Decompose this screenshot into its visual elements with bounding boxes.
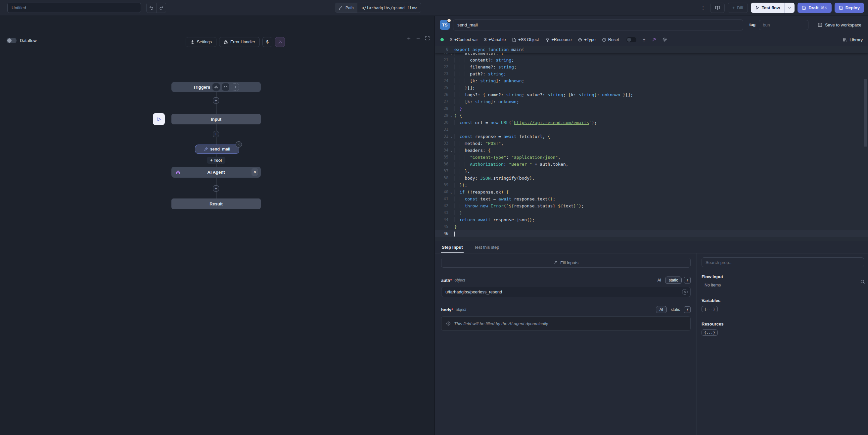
ai-wand-button[interactable] <box>275 37 285 47</box>
add-trigger-chip[interactable] <box>231 83 239 91</box>
plus-icon: + <box>215 98 217 102</box>
body-ai-mode-button[interactable]: AI <box>656 306 667 313</box>
fill-inputs-button[interactable]: Fill inputs <box>441 258 691 268</box>
code-line-28[interactable]: 28 } <box>435 105 868 112</box>
email-trigger-chip[interactable] <box>222 83 229 91</box>
diff-button[interactable]: ± Diff <box>728 3 748 13</box>
tab-test-this-step[interactable]: Test this step <box>473 245 500 253</box>
code-line-39[interactable]: 39 }); <box>435 182 868 189</box>
auth-static-mode-button[interactable]: static <box>665 277 682 284</box>
node-send-mail[interactable]: send_mail <box>195 145 239 154</box>
topbar-actions: ⋮ ± Diff Test flow Draft ⌘S Deploy <box>699 3 864 13</box>
library-button[interactable]: Library <box>843 37 863 42</box>
search-icon[interactable] <box>860 279 865 284</box>
node-input[interactable]: Input <box>172 114 261 124</box>
editor-scrollbar[interactable] <box>864 79 867 147</box>
test-flow-dropdown[interactable] <box>784 3 795 13</box>
code-line-26[interactable]: 26 tags?: { name?: string; value?: strin… <box>435 91 868 98</box>
code-line-24[interactable]: 24 [k: string]: unknown; <box>435 77 868 84</box>
flow-summary-input[interactable] <box>7 3 141 13</box>
zoom-in-icon[interactable] <box>406 36 411 41</box>
body-hint-text: This field will be filled by the AI agen… <box>454 321 548 326</box>
insert-step-button[interactable]: + <box>213 131 219 137</box>
code-line-21[interactable]: 21 content?: string; <box>435 57 868 63</box>
code-line-40[interactable]: 40⌄ if (!response.ok) { <box>435 189 868 195</box>
insert-step-button[interactable]: + <box>213 185 219 191</box>
code-line-35[interactable]: 35 "Content-Type": "application/json", <box>435 154 868 161</box>
variables-object-chip[interactable]: {...} <box>702 306 718 312</box>
node-ai-agent[interactable]: AI Agent a <box>172 167 261 178</box>
ai-wand-icon[interactable] <box>652 37 656 42</box>
test-flow-button[interactable]: Test flow <box>751 3 795 13</box>
settings-button[interactable]: Settings <box>186 37 216 47</box>
code-line-31[interactable]: 31 <box>435 126 868 133</box>
docs-button[interactable] <box>710 3 725 13</box>
code-line-44[interactable]: 44 return await response.json(); <box>435 216 868 223</box>
code-line-37[interactable]: 37 }, <box>435 168 868 175</box>
dataflow-toggle-group: Dataflow <box>7 38 37 43</box>
remove-tool-button[interactable] <box>236 141 242 148</box>
insert-step-button[interactable]: + <box>213 97 219 103</box>
diff-mode-button[interactable]: ± <box>643 37 645 42</box>
wand-icon <box>278 40 282 44</box>
code-editor[interactable]: 20⌄ attachments?: {21 content?: string;2… <box>435 45 868 241</box>
editor-settings-gear-icon[interactable] <box>662 37 667 42</box>
editor-mode-toggle[interactable] <box>626 37 637 42</box>
code-line-33[interactable]: 33 method: "POST", <box>435 140 868 147</box>
tab-step-input[interactable]: Step Input <box>441 245 464 253</box>
add-context-var-button[interactable]: $ +Context var <box>450 37 478 42</box>
code-line-23[interactable]: 23 path?: string; <box>435 70 868 77</box>
add-type-button[interactable]: +Type <box>578 37 595 42</box>
add-tool-button[interactable]: + Tool <box>207 157 225 164</box>
dollar-button[interactable]: $ <box>262 37 272 47</box>
code-line-32[interactable]: 32⌄ const response = await fetch(url, { <box>435 133 868 140</box>
bun-badge <box>447 18 452 23</box>
dataflow-toggle[interactable] <box>7 38 17 43</box>
tag-input[interactable] <box>759 20 808 30</box>
run-input-button[interactable] <box>153 113 165 125</box>
test-flow-main[interactable]: Test flow <box>751 3 784 13</box>
add-s3-object-button[interactable]: +S3 Object <box>512 37 539 42</box>
add-resource-button[interactable]: +Resource <box>545 37 572 42</box>
body-expression-button[interactable]: f <box>684 306 691 313</box>
search-prop-input[interactable] <box>702 257 864 267</box>
deploy-button[interactable]: Deploy <box>835 3 864 13</box>
code-line-41[interactable]: 41 const text = await response.text(); <box>435 195 868 203</box>
auth-expression-button[interactable]: f <box>684 277 691 283</box>
code-line-8[interactable]: 8export async function main( <box>435 45 868 53</box>
webhook-trigger-chip[interactable] <box>212 83 220 91</box>
path-chip[interactable]: Path u/farhadglbs/grand_flow <box>335 3 421 13</box>
error-handler-button[interactable]: Error Handler <box>219 37 260 47</box>
code-line-22[interactable]: 22 filename?: string; <box>435 63 868 70</box>
zoom-out-icon[interactable] <box>415 36 421 41</box>
code-line-46[interactable]: 46 <box>435 230 868 237</box>
auth-clear-button[interactable] <box>682 289 688 295</box>
resources-object-chip[interactable]: {...} <box>702 330 718 336</box>
code-line-34[interactable]: 34⌄ headers: { <box>435 147 868 154</box>
auth-resource-input[interactable] <box>441 287 691 297</box>
save-to-workspace-button[interactable]: Save to workspace <box>816 23 863 27</box>
code-line-38[interactable]: 38 body: JSON.stringify(body), <box>435 175 868 182</box>
dollar-icon: $ <box>450 37 453 42</box>
add-variable-button[interactable]: $ +Variable <box>484 37 506 42</box>
step-name-input[interactable] <box>453 20 743 30</box>
auth-ai-mode-button[interactable]: AI <box>656 277 663 283</box>
reset-button[interactable]: Reset <box>602 37 619 42</box>
fit-view-icon[interactable] <box>425 36 430 41</box>
code-line-43[interactable]: 43 } <box>435 209 868 216</box>
code-line-42[interactable]: 42 throw new Error(`${response.status} $… <box>435 203 868 209</box>
code-line-27[interactable]: 27 [k: string]: unknown; <box>435 98 868 105</box>
code-line-29[interactable]: 29⌄) { <box>435 112 868 119</box>
code-line-45[interactable]: 45} <box>435 223 868 230</box>
redo-button[interactable] <box>156 3 166 12</box>
code-line-25[interactable]: 25 }[]; <box>435 84 868 91</box>
body-static-mode-button[interactable]: static <box>669 306 682 313</box>
path-value: u/farhadglbs/grand_flow <box>358 6 421 10</box>
code-line-30[interactable]: 30 const url = new URL(`https://api.rese… <box>435 119 868 126</box>
code-line-36[interactable]: 36 Authorization: "Bearer " + auth.token… <box>435 161 868 168</box>
more-menu-button[interactable]: ⋮ <box>699 5 707 11</box>
node-triggers[interactable]: Triggers <box>172 82 261 92</box>
draft-button[interactable]: Draft ⌘S <box>798 3 832 13</box>
node-result[interactable]: Result <box>172 198 261 209</box>
undo-button[interactable] <box>147 3 156 12</box>
